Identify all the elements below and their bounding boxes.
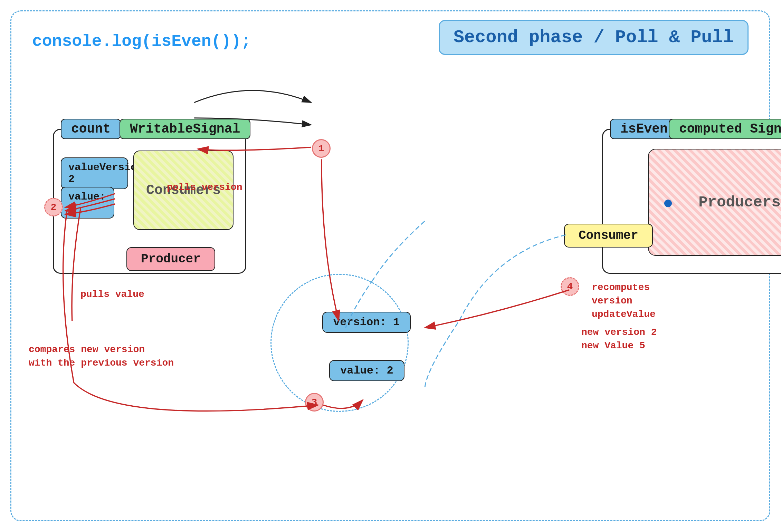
console-title: console.log(isEven());: [32, 32, 251, 51]
blue-dot: [664, 200, 672, 207]
value-version-box: valueVersion: 2: [61, 157, 128, 189]
main-container: Second phase / Poll & Pull console.log(i…: [10, 10, 770, 521]
badge-4: 4: [561, 277, 579, 296]
annotation-compares: compares new version with the previous v…: [29, 343, 174, 370]
producers-label: Producers: [698, 194, 781, 211]
count-label: count: [61, 119, 121, 139]
value-box: value: 5: [61, 187, 114, 219]
producer-box: Producer: [126, 247, 215, 271]
consumer-box: Consumer: [564, 224, 653, 248]
title-box: Second phase / Poll & Pull: [439, 20, 749, 55]
iseven-signal-box: isEven computed Signal Producers: [602, 129, 781, 274]
annotation-recomputes: recomputes version updateValue: [592, 281, 656, 321]
count-signal-box: count WritableSignal valueVersion: 2 val…: [53, 129, 246, 274]
computed-signal-label: computed Signal: [669, 119, 781, 139]
bottom-dashed-circle: [270, 274, 409, 412]
iseven-signal-wrapper: isEven computed Signal Producers: [308, 75, 561, 232]
producers-box: Producers: [648, 149, 781, 256]
annotation-polls-version: polls version: [167, 181, 242, 194]
writable-signal-label: WritableSignal: [120, 119, 250, 139]
version-box: version: 1: [322, 312, 411, 333]
badge-1: 1: [312, 139, 331, 158]
badge-2: 2: [44, 198, 63, 216]
title-text: Second phase / Poll & Pull: [454, 27, 734, 48]
annotation-pulls-value: pulls value: [80, 288, 144, 301]
badge-3: 3: [305, 393, 324, 412]
count-signal-wrapper: count WritableSignal valueVersion: 2 val…: [32, 75, 239, 231]
value2-box: value: 2: [329, 360, 404, 381]
annotation-new-version: new version 2 new Value 5: [581, 326, 657, 352]
iseven-label: isEven: [610, 119, 678, 139]
